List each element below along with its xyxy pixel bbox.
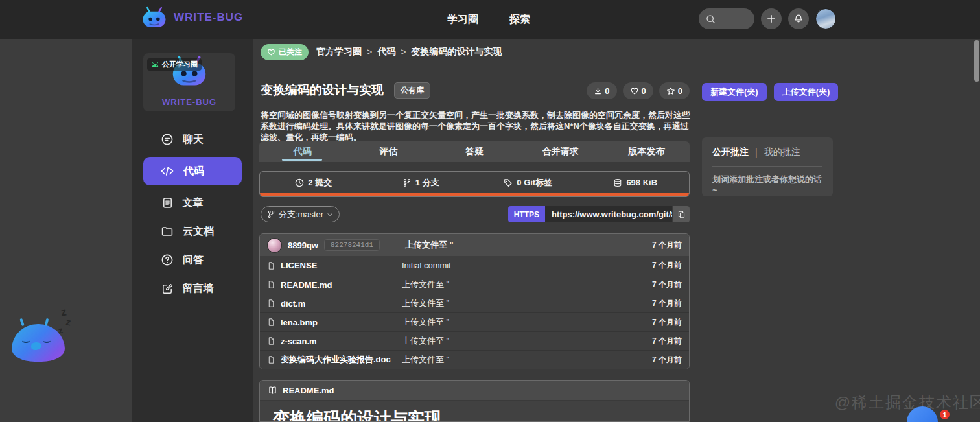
- breadcrumb-separator: >: [401, 47, 406, 57]
- file-time: 7 个月前: [636, 260, 682, 271]
- star-count-button[interactable]: 0: [659, 82, 690, 99]
- notifications-button[interactable]: [788, 8, 809, 29]
- repo-stats-pills: 0 0 0: [600, 82, 690, 99]
- branch-icon: [402, 178, 412, 187]
- latest-commit-row[interactable]: 8899qw 82278241d1 上传文件至 " 7 个月前: [260, 234, 689, 256]
- git-tags-stat[interactable]: 0 Git标签: [474, 172, 582, 193]
- circle-name: WRITE-BUG: [143, 97, 235, 107]
- file-row[interactable]: 变换编码大作业实验报告.doc 上传文件至 " 7 个月前: [260, 350, 689, 369]
- sidebar-item-code[interactable]: 代码: [143, 157, 242, 185]
- upload-file-button[interactable]: 上传文件(夹): [774, 83, 839, 101]
- like-count-button[interactable]: 0: [623, 82, 653, 99]
- file-commit-message: 上传文件至 ": [402, 279, 636, 290]
- tab-public-annotations[interactable]: 公开批注: [712, 147, 749, 158]
- chevron-down-icon: [327, 211, 333, 218]
- create-button[interactable]: [761, 8, 782, 29]
- breadcrumb-separator: >: [367, 47, 372, 57]
- question-icon: [161, 253, 174, 266]
- file-name[interactable]: 变换编码大作业实验报告.doc: [281, 354, 391, 366]
- file-name[interactable]: z-scan.m: [281, 336, 317, 346]
- content-divider: [846, 39, 846, 422]
- clone-url-field[interactable]: https://www.writebug.com/git/8899q: [545, 206, 672, 222]
- commits-stat[interactable]: 2 提交: [260, 172, 368, 193]
- file-row[interactable]: lena.bmp 上传文件至 " 7 个月前: [260, 312, 689, 331]
- breadcrumb-section[interactable]: 代码: [377, 46, 395, 58]
- file-browser: 8899qw 82278241d1 上传文件至 " 7 个月前 LICENSE …: [259, 233, 690, 369]
- repo-description: 将空间域的图像信号映射变换到另一个复正交矢量空间，产生一批变换系数，制去除图像的…: [261, 110, 691, 143]
- brand-logo[interactable]: WRITE-BUG: [141, 6, 243, 29]
- app-root: WRITE-BUG 学习圈 探索: [0, 0, 980, 422]
- divider: [712, 166, 822, 167]
- tab-review[interactable]: 评估: [345, 141, 432, 162]
- download-count-button[interactable]: 0: [587, 82, 616, 99]
- copy-url-button[interactable]: [673, 206, 690, 222]
- sidebar-item-message-wall[interactable]: 留言墙: [143, 277, 242, 299]
- breadcrumb-current: 变换编码的设计与实现: [411, 46, 502, 58]
- tab-questions[interactable]: 答疑: [432, 141, 518, 162]
- tab-merge-requests[interactable]: 合并请求: [517, 141, 603, 162]
- committer-avatar[interactable]: [267, 238, 282, 253]
- sidebar-nav: 聊天 代码 文章 云文档: [143, 128, 242, 299]
- repo-tabs: 代码 评估 答疑 合并请求 版本发布: [259, 141, 690, 162]
- code-icon: [160, 165, 174, 178]
- breadcrumb-circle[interactable]: 官方学习圈: [316, 46, 362, 58]
- mascot-body-icon: [12, 324, 65, 362]
- bell-icon: [793, 14, 804, 24]
- followed-badge[interactable]: 已关注: [261, 44, 309, 60]
- nav-item-explore[interactable]: 探索: [509, 13, 530, 27]
- readme-header[interactable]: README.md: [260, 381, 689, 401]
- repo-size-stat[interactable]: 698 KiB: [582, 172, 690, 193]
- committer-name[interactable]: 8899qw: [288, 240, 318, 250]
- user-avatar[interactable]: [815, 8, 836, 29]
- file-name[interactable]: README.md: [281, 280, 332, 290]
- scrollbar-thumb[interactable]: [974, 40, 979, 82]
- commit-message[interactable]: 上传文件至 ": [405, 239, 454, 251]
- file-commit-message: 上传文件至 ": [402, 316, 636, 328]
- chat-icon: [161, 133, 174, 146]
- file-commit-message: 上传文件至 ": [402, 354, 636, 366]
- branch-icon: [267, 210, 275, 218]
- top-bar: WRITE-BUG 学习圈 探索: [0, 0, 980, 39]
- new-file-button[interactable]: 新建文件(夹): [702, 83, 767, 101]
- branches-stat[interactable]: 1 分支: [368, 172, 475, 193]
- commit-hash-badge[interactable]: 82278241d1: [324, 239, 380, 251]
- file-icon: [267, 318, 275, 327]
- nav-item-study-circle[interactable]: 学习圈: [447, 13, 478, 27]
- file-time: 7 个月前: [636, 298, 682, 309]
- tag-icon: [504, 178, 513, 187]
- sidebar-item-chat[interactable]: 聊天: [143, 128, 242, 150]
- watermark: @稀土掘金技术社区: [835, 392, 980, 413]
- annotations-panel: 公开批注 | 我的批注 划词添加批注或者你想说的话~: [702, 137, 833, 196]
- star-outline-icon: [666, 87, 675, 95]
- file-row[interactable]: dict.m 上传文件至 " 7 个月前: [260, 294, 689, 312]
- sleeping-mascot[interactable]: z z z: [6, 298, 84, 369]
- tab-my-annotations[interactable]: 我的批注: [764, 147, 800, 158]
- sidebar-item-articles[interactable]: 文章: [143, 192, 242, 214]
- plus-icon: [766, 14, 776, 24]
- https-protocol-button[interactable]: HTTPS: [508, 206, 545, 222]
- file-row[interactable]: LICENSE Initial commit 7 个月前: [260, 256, 689, 275]
- circle-visibility-badge: 公开学习圈: [147, 58, 202, 71]
- file-time: 7 个月前: [636, 279, 682, 290]
- search-input[interactable]: [699, 8, 754, 29]
- file-row[interactable]: z-scan.m 上传文件至 " 7 个月前: [260, 331, 689, 350]
- top-nav: 学习圈 探索: [447, 0, 530, 39]
- heart-outline-icon: [630, 87, 639, 95]
- book-icon: [268, 386, 277, 395]
- file-icon: [267, 280, 275, 289]
- file-name[interactable]: dict.m: [281, 299, 305, 309]
- sidebar-item-cloud-docs[interactable]: 云文档: [143, 220, 242, 242]
- file-name[interactable]: LICENSE: [281, 261, 317, 270]
- circle-card[interactable]: 公开学习圈 WRITE-BUG: [143, 53, 235, 111]
- file-icon: [267, 261, 275, 270]
- left-strip: z z z: [0, 39, 132, 422]
- file-time: 7 个月前: [636, 317, 682, 328]
- clock-icon: [295, 178, 304, 187]
- tab-releases[interactable]: 版本发布: [603, 141, 690, 162]
- branch-selector[interactable]: 分支:master: [261, 206, 340, 222]
- folder-icon: [161, 225, 174, 238]
- sidebar-item-qa[interactable]: 问答: [143, 249, 242, 271]
- file-row[interactable]: README.md 上传文件至 " 7 个月前: [260, 275, 689, 294]
- tab-code[interactable]: 代码: [259, 141, 345, 162]
- file-name[interactable]: lena.bmp: [281, 318, 318, 327]
